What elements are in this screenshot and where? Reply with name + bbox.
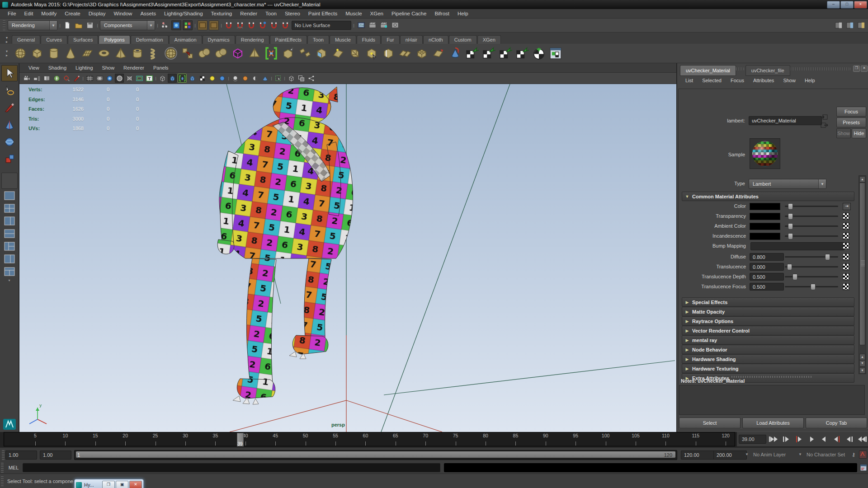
slider-handle[interactable] <box>811 284 816 290</box>
panel-menu-show[interactable]: Show <box>98 64 119 71</box>
shelf-tab-rendering[interactable]: Rendering <box>236 35 269 44</box>
attr-slider[interactable] <box>785 266 838 267</box>
step-forward-frame-button[interactable] <box>844 435 855 444</box>
menu-modify[interactable]: Modify <box>37 10 61 17</box>
panel-menu-lighting[interactable]: Lighting <box>71 64 98 71</box>
uv-editor-icon[interactable] <box>547 45 564 61</box>
chevron-down-icon[interactable]: ▼ <box>147 21 155 30</box>
bevel-icon[interactable] <box>347 45 363 61</box>
presets-button[interactable]: Presets <box>836 117 866 127</box>
ae-tab-uvChecker_file[interactable]: uvChecker_file <box>745 65 790 76</box>
attr-slider[interactable] <box>785 276 838 277</box>
separator-icon[interactable]: ❘ <box>96 21 99 30</box>
extrude-face-icon[interactable] <box>313 45 330 61</box>
quad-draw-icon[interactable] <box>330 45 346 61</box>
move-tool[interactable] <box>1 117 18 133</box>
new-scene-icon[interactable] <box>62 20 72 30</box>
use-default-material-icon[interactable] <box>198 74 207 83</box>
snap-to-curves-icon[interactable] <box>235 20 245 30</box>
slider-handle[interactable] <box>788 223 793 230</box>
map-checker-icon[interactable] <box>843 223 849 230</box>
ae-menu-list[interactable]: List <box>682 77 697 84</box>
map-checker-icon[interactable] <box>843 253 849 260</box>
ae-menu-show[interactable]: Show <box>779 77 799 84</box>
panel-menu-shading[interactable]: Shading <box>44 64 71 71</box>
anim-layer-selector[interactable]: No Anim Layer <box>753 452 786 457</box>
step-back-key-button[interactable] <box>793 435 805 444</box>
map-checker-icon[interactable] <box>843 283 849 290</box>
boolean-union-icon[interactable] <box>196 45 212 61</box>
menu-stereo[interactable]: Stereo <box>281 10 304 17</box>
ae-scrollbar[interactable]: ▲ ▲ ▼ ▼ <box>859 175 866 374</box>
uv-planar-projection-icon[interactable] <box>464 45 480 61</box>
live-surface-field[interactable]: No Live Surface <box>292 21 351 30</box>
playback-end-field[interactable]: 120.00 <box>681 450 714 460</box>
color-swatch-color[interactable] <box>750 203 780 210</box>
lasso-tool[interactable] <box>1 82 18 99</box>
script-editor-icon[interactable] <box>860 464 867 471</box>
command-line-language-toggle[interactable]: MEL <box>5 465 23 470</box>
select-button[interactable]: Select <box>679 418 741 428</box>
uv-spherical-projection-icon[interactable] <box>497 45 514 61</box>
notes-splitter-handle[interactable] <box>731 376 813 378</box>
menu-pipeline-cache[interactable]: Pipeline Cache <box>387 10 430 17</box>
layout-three-pane[interactable] <box>3 266 16 277</box>
poly-cube-icon[interactable] <box>29 45 45 61</box>
slider-handle[interactable] <box>825 254 830 260</box>
section-hardware-shading[interactable]: ▶Hardware Shading <box>682 354 854 364</box>
set-key-icon[interactable]: ⚷ <box>852 452 855 458</box>
node-name-field[interactable]: uvChecker_Material <box>749 116 822 125</box>
shelf-tab-fur[interactable]: Fur <box>381 35 400 44</box>
uv-automatic-projection-icon[interactable] <box>514 45 530 61</box>
menu-file[interactable]: File <box>4 10 20 17</box>
hide-button[interactable]: Hide <box>852 128 866 138</box>
floating-restore-button[interactable]: ❐ <box>102 481 115 488</box>
shelf-tab-deformation[interactable]: Deformation <box>131 35 169 44</box>
layout-persp-outliner[interactable] <box>3 215 16 227</box>
smooth-icon[interactable] <box>414 45 430 61</box>
range-slider-bar[interactable] <box>76 451 675 458</box>
maya-logo-icon[interactable] <box>3 418 16 430</box>
layout-four-pane[interactable] <box>3 202 16 214</box>
sculpt-tool-icon[interactable] <box>447 45 463 61</box>
render-settings-icon[interactable] <box>390 20 400 30</box>
multi-cut-tool-icon[interactable] <box>263 45 279 61</box>
last-tool-slot[interactable] <box>1 173 18 189</box>
color-swatch-transparency[interactable] <box>750 213 780 220</box>
xray-active-components-icon[interactable] <box>297 74 306 83</box>
hypershade-minimized-window[interactable]: Hy... ❐ ▣ ✕ <box>74 479 144 488</box>
shelf-options-icon[interactable]: ▾▸ <box>2 49 12 57</box>
shelf-tab-curves[interactable]: Curves <box>41 35 67 44</box>
field-chart-icon[interactable] <box>125 74 134 83</box>
shelf-tab-dynamics[interactable]: Dynamics <box>203 35 235 44</box>
scroll-down-icon[interactable]: ▼ <box>859 367 865 374</box>
shelf-tab-nhair[interactable]: nHair <box>400 35 423 44</box>
target-weld-icon[interactable] <box>363 45 380 61</box>
menu-texturing[interactable]: Texturing <box>207 10 236 17</box>
ae-menu-focus[interactable]: Focus <box>727 77 748 84</box>
attr-slider[interactable] <box>785 206 838 207</box>
panel-close-icon[interactable]: ✕ <box>861 66 868 72</box>
ae-menu-help[interactable]: Help <box>801 77 819 84</box>
2d-pan-zoom-icon[interactable] <box>62 74 71 83</box>
color-swatch-incandescence[interactable] <box>750 233 780 240</box>
minimize-button[interactable]: – <box>827 1 840 9</box>
floating-close-button[interactable]: ✕ <box>129 481 142 488</box>
extrude-icon[interactable] <box>280 45 296 61</box>
bump-mapping-field[interactable] <box>750 242 844 250</box>
poly-reduce-icon[interactable] <box>246 45 263 61</box>
render-view-icon[interactable] <box>356 20 366 30</box>
go-to-end-button[interactable] <box>856 435 868 444</box>
image-plane-icon[interactable] <box>52 74 61 83</box>
section-special-effects[interactable]: ▶Special Effects <box>682 297 854 307</box>
shelf-tab-toon[interactable]: Toon <box>307 35 329 44</box>
grease-pencil-icon[interactable] <box>72 74 81 83</box>
paint-selection-tool[interactable] <box>1 99 18 116</box>
attr-slider[interactable] <box>785 235 838 237</box>
bookmarks-icon[interactable] <box>42 74 51 83</box>
safe-title-icon[interactable]: T <box>145 74 154 83</box>
subdiv-proxy-icon[interactable] <box>230 45 246 61</box>
attr-slider[interactable] <box>785 286 838 287</box>
time-slider[interactable]: 5101520253035404550556065707580859095100… <box>4 432 735 446</box>
menu-display[interactable]: Display <box>85 10 110 17</box>
